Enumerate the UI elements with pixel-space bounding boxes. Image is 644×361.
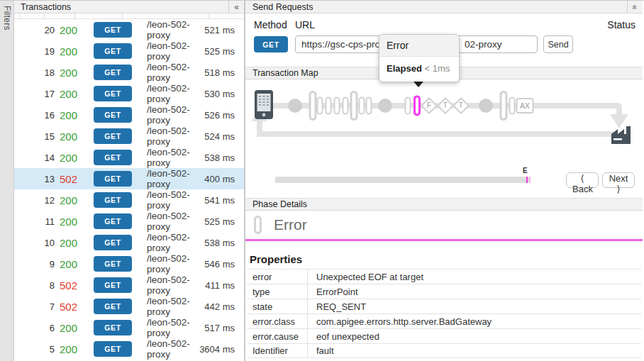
transaction-row[interactable]: 14 200 GET /leon-502-proxy 538 ms xyxy=(14,147,244,168)
map-node-label: T xyxy=(459,101,463,109)
map-node-pill[interactable] xyxy=(326,97,332,115)
property-row: state REQ_SENT xyxy=(247,299,641,313)
txn-method-button[interactable]: GET xyxy=(94,43,132,59)
map-node-tall[interactable] xyxy=(500,91,508,121)
map-node-circle[interactable] xyxy=(288,99,302,113)
response-flow-line xyxy=(257,131,614,137)
txn-method-button[interactable]: GET xyxy=(94,213,132,229)
collapse-left-icon[interactable]: « xyxy=(228,1,244,13)
txn-method-button[interactable]: GET xyxy=(94,341,132,357)
txn-method-button[interactable]: GET xyxy=(94,150,132,165)
properties-title: Properties xyxy=(250,253,643,265)
transaction-row[interactable]: 5 200 GET /leon-502-proxy 3604 ms xyxy=(14,338,244,360)
map-node-pill[interactable] xyxy=(509,97,516,115)
map-node-tall[interactable] xyxy=(309,91,317,121)
transaction-row[interactable]: 20 200 GET /leon-502-proxy 521 ms xyxy=(14,19,244,40)
request-flow-corner xyxy=(616,105,622,115)
txn-method-button[interactable]: GET xyxy=(94,192,132,208)
tooltip-arrow-icon xyxy=(413,82,423,87)
method-button[interactable]: GET xyxy=(254,36,288,52)
txn-path: /leon-502-proxy xyxy=(147,168,191,189)
transaction-row[interactable]: 11 200 GET /leon-502-proxy 525 ms xyxy=(14,211,244,232)
txn-id: 15 xyxy=(14,131,55,142)
phase-details-title: Phase Details xyxy=(252,199,307,209)
txn-method-button[interactable]: GET xyxy=(94,107,132,123)
map-node-pill[interactable] xyxy=(343,97,349,115)
property-key: error.class xyxy=(247,314,308,328)
transaction-row[interactable]: 9 200 GET /leon-502-proxy 546 ms xyxy=(14,253,244,274)
txn-time: 517 ms xyxy=(191,323,235,333)
transaction-row[interactable]: 16 200 GET /leon-502-proxy 526 ms xyxy=(14,104,244,126)
txn-status: 200 xyxy=(60,45,88,57)
transaction-row[interactable]: 17 200 GET /leon-502-proxy 530 ms xyxy=(14,83,244,104)
timeline-scrubber[interactable] xyxy=(275,177,531,183)
txn-method-button[interactable]: GET xyxy=(94,277,132,293)
txn-time: 521 ms xyxy=(191,25,235,35)
txn-path: /leon-502-proxy xyxy=(147,19,191,40)
txn-path: /leon-502-proxy xyxy=(147,126,191,147)
map-node-pill[interactable] xyxy=(317,97,323,115)
map-node-diamond[interactable]: T xyxy=(453,97,470,114)
send-requests-title: Send Requests xyxy=(252,2,313,12)
txn-id: 9 xyxy=(14,259,55,270)
map-node-diamond[interactable]: T xyxy=(437,97,454,114)
transaction-row[interactable]: 12 200 GET /leon-502-proxy 541 ms xyxy=(14,189,244,211)
txn-status: 200 xyxy=(60,67,88,79)
send-button[interactable]: Send xyxy=(543,35,573,53)
txn-method-button[interactable]: GET xyxy=(94,256,132,272)
filters-tab[interactable]: Filters xyxy=(0,1,14,361)
txn-path: /leon-502-proxy xyxy=(147,253,191,274)
status-label: Status xyxy=(607,19,635,30)
txn-method-button[interactable]: GET xyxy=(94,320,132,335)
tooltip-elapsed-text: < 1ms xyxy=(424,63,450,74)
map-node-pill[interactable] xyxy=(334,97,340,115)
txn-id: 6 xyxy=(14,323,55,333)
property-value: Unexpected EOF at target xyxy=(308,272,423,282)
property-value: REQ_SENT xyxy=(308,301,366,312)
txn-status: 200 xyxy=(60,88,88,100)
back-button[interactable]: ⟨ Back xyxy=(566,172,599,188)
txn-method-button[interactable]: GET xyxy=(94,86,132,101)
txn-method-button[interactable]: GET xyxy=(94,235,132,250)
url-text-end: 02-proxy xyxy=(465,39,502,50)
txn-method-button[interactable]: GET xyxy=(94,22,132,38)
transaction-row[interactable]: 6 200 GET /leon-502-proxy 517 ms xyxy=(14,317,244,338)
transaction-row[interactable]: 19 200 GET /leon-502-proxy 525 ms xyxy=(14,40,244,62)
transaction-row[interactable]: 10 200 GET /leon-502-proxy 538 ms xyxy=(14,232,244,253)
txn-path: /leon-502-proxy xyxy=(147,211,191,232)
transaction-row[interactable]: 7 502 GET /leon-502-proxy 442 ms xyxy=(14,296,244,317)
end-tick xyxy=(529,177,531,183)
transaction-row[interactable]: 15 200 GET /leon-502-proxy 524 ms xyxy=(14,126,244,147)
transaction-row[interactable]: 8 502 GET /leon-502-proxy 411 ms xyxy=(14,274,244,296)
txn-status: 200 xyxy=(60,216,88,228)
txn-method-button[interactable]: GET xyxy=(94,128,132,144)
txn-method-button[interactable]: GET xyxy=(94,65,132,80)
next-button[interactable]: Next ⟩ xyxy=(602,172,635,188)
txn-time: 411 ms xyxy=(191,280,235,291)
txn-id: 18 xyxy=(14,67,55,78)
txn-id: 14 xyxy=(14,152,55,163)
tooltip-body: Elapsed < 1ms xyxy=(379,57,459,82)
collapse-up-icon[interactable]: « xyxy=(627,1,643,13)
url-label: URL xyxy=(295,19,315,30)
col-path xyxy=(123,13,209,18)
map-node-circle[interactable] xyxy=(479,99,493,113)
map-node-circle[interactable] xyxy=(378,99,392,113)
transaction-map: FTTAX E ⟨ Back Next ⟩ xyxy=(245,79,643,198)
map-node-diamond[interactable]: F xyxy=(421,97,438,114)
transaction-row[interactable]: 13 502 GET /leon-502-proxy 400 ms xyxy=(14,168,244,189)
txn-method-button[interactable]: GET xyxy=(94,171,132,187)
txn-time: 538 ms xyxy=(191,238,235,248)
transaction-map-title: Transaction Map xyxy=(252,68,318,78)
map-node-tall[interactable] xyxy=(350,91,358,121)
map-node-error[interactable] xyxy=(413,96,421,116)
map-node-pill[interactable] xyxy=(366,97,372,115)
map-node-pill[interactable] xyxy=(359,97,365,115)
txn-time: 524 ms xyxy=(191,131,235,142)
txn-time: 525 ms xyxy=(191,216,235,227)
transaction-row[interactable]: 18 200 GET /leon-502-proxy 518 ms xyxy=(14,62,244,83)
txn-method-button[interactable]: GET xyxy=(94,299,132,314)
map-node-pill[interactable] xyxy=(405,97,411,115)
map-node-box[interactable]: AX xyxy=(516,98,534,113)
send-requests-panel: Send Requests « Method URL Status GET ht… xyxy=(245,1,643,361)
